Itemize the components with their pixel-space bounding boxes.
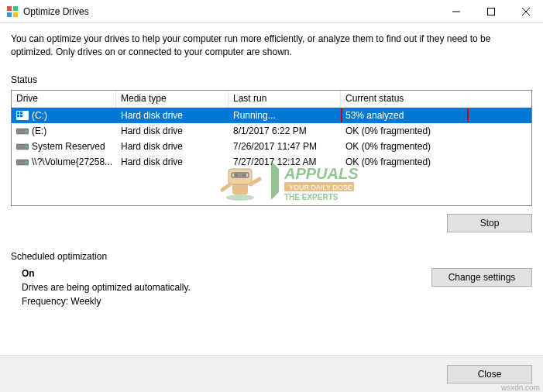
scheduled-section: Scheduled optimization On Drives are bei… — [11, 251, 532, 310]
scheduled-frequency: Frequency: Weekly — [22, 296, 431, 307]
svg-rect-3 — [13, 12, 18, 17]
window-title: Optimize Drives — [23, 6, 438, 17]
drive-name: \\?\Volume{27258... — [32, 156, 112, 167]
drives-body: (C:)Hard disk driveRunning...53% analyze… — [12, 108, 531, 170]
windows-drive-icon — [16, 111, 29, 120]
stop-button[interactable]: Stop — [447, 214, 532, 232]
svg-point-14 — [26, 130, 27, 132]
app-icon — [6, 5, 19, 18]
drive-row[interactable]: System ReservedHard disk drive7/26/2017 … — [12, 139, 531, 154]
drives-header: Drive Media type Last run Current status — [12, 91, 531, 108]
svg-rect-25 — [239, 173, 249, 177]
column-drive[interactable]: Drive — [12, 91, 116, 107]
bottom-bar: Close — [0, 355, 543, 392]
drive-row[interactable]: \\?\Volume{27258...Hard disk drive7/27/2… — [12, 154, 531, 170]
description-text: You can optimize your drives to help you… — [11, 33, 532, 59]
drive-name: (E:) — [32, 126, 46, 136]
change-settings-button[interactable]: Change settings — [431, 268, 532, 287]
svg-point-16 — [26, 146, 27, 147]
minimize-button[interactable] — [438, 0, 473, 22]
svg-rect-24 — [232, 173, 241, 177]
status-highlight-annotation — [341, 108, 469, 122]
svg-rect-9 — [17, 112, 19, 114]
svg-rect-20 — [232, 181, 248, 194]
hdd-icon — [16, 142, 29, 151]
hdd-icon — [16, 126, 29, 136]
window-controls — [438, 0, 543, 22]
content-area: You can optimize your drives to help you… — [0, 23, 543, 319]
drive-lastrun: 8/1/2017 6:22 PM — [229, 124, 341, 138]
svg-rect-2 — [7, 12, 12, 17]
svg-point-22 — [234, 173, 239, 177]
drive-status: OK (0% fragmented) — [341, 124, 531, 138]
titlebar: Optimize Drives — [0, 0, 543, 23]
drive-lastrun: 7/26/2017 11:47 PM — [229, 139, 341, 153]
svg-rect-26 — [284, 182, 354, 191]
svg-rect-0 — [7, 6, 12, 11]
svg-rect-12 — [20, 115, 22, 117]
drive-status: 53% analyzed — [341, 108, 531, 122]
svg-point-23 — [242, 173, 246, 177]
drive-row[interactable]: (E:)Hard disk drive8/1/2017 6:22 PMOK (0… — [12, 123, 531, 139]
scheduled-label: Scheduled optimization — [11, 251, 532, 262]
scheduled-state: On — [22, 268, 431, 279]
drive-buttons: Stop — [11, 214, 532, 232]
drive-media: Hard disk drive — [116, 139, 229, 153]
scheduled-desc: Drives are being optimized automatically… — [22, 282, 431, 293]
drive-media: Hard disk drive — [116, 155, 229, 169]
column-media[interactable]: Media type — [116, 91, 229, 107]
drive-row[interactable]: (C:)Hard disk driveRunning...53% analyze… — [12, 108, 531, 123]
drive-status: OK (0% fragmented) — [341, 155, 531, 169]
watermark-tagline: YOUR DAILY DOSE — [289, 184, 352, 191]
scheduled-info: On Drives are being optimized automatica… — [11, 268, 431, 310]
column-lastrun[interactable]: Last run — [229, 91, 341, 107]
drive-name: (C:) — [32, 110, 47, 121]
drive-lastrun: Running... — [229, 108, 341, 122]
svg-rect-5 — [487, 8, 494, 15]
svg-point-19 — [226, 194, 254, 201]
drives-list[interactable]: Drive Media type Last run Current status… — [11, 90, 532, 206]
hdd-icon — [16, 157, 29, 167]
svg-rect-21 — [229, 169, 252, 184]
drive-name: System Reserved — [32, 141, 105, 152]
close-dialog-button[interactable]: Close — [447, 365, 532, 383]
maximize-button[interactable] — [473, 0, 508, 22]
svg-point-18 — [26, 161, 27, 163]
drive-status: OK (0% fragmented) — [341, 139, 531, 153]
drive-media: Hard disk drive — [116, 124, 229, 138]
svg-rect-10 — [20, 112, 22, 114]
drive-media: Hard disk drive — [116, 108, 229, 122]
svg-rect-1 — [13, 6, 18, 11]
close-button[interactable] — [508, 0, 543, 22]
status-label: Status — [11, 74, 532, 85]
column-status[interactable]: Current status — [341, 91, 531, 107]
site-watermark: wsxdn.com — [501, 383, 540, 392]
drive-lastrun: 7/27/2017 12:12 AM — [229, 155, 341, 169]
svg-rect-11 — [17, 115, 19, 117]
svg-text:THE EXPERTS: THE EXPERTS — [284, 193, 339, 201]
